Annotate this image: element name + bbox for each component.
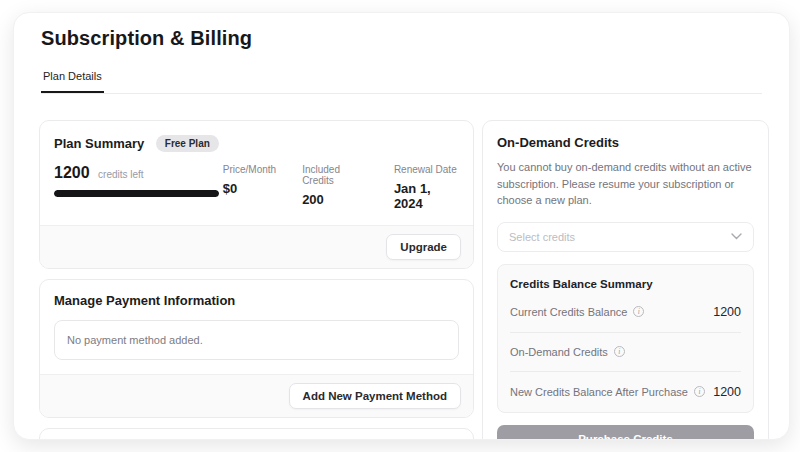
credits-left-value: 1200 <box>54 164 90 181</box>
summary-row-label: New Credits Balance After Purchase i <box>510 386 705 398</box>
credits-line: 1200 credits left <box>54 164 223 182</box>
payment-body: Manage Payment Information No payment me… <box>40 280 473 374</box>
on-demand-description: You cannot buy on-demand credits without… <box>497 159 754 209</box>
tab-bar: Plan Details <box>41 70 762 94</box>
stat-renewal-date: Renewal Date Jan 1, 2024 <box>394 164 457 211</box>
page-header: Subscription & Billing Plan Details <box>14 13 789 94</box>
payment-footer: Add New Payment Method <box>40 374 473 417</box>
payment-empty-state: No payment method added. <box>54 320 459 360</box>
add-payment-method-button[interactable]: Add New Payment Method <box>289 383 461 409</box>
select-credits-dropdown[interactable]: Select credits <box>497 222 754 252</box>
plan-badge: Free Plan <box>156 135 219 152</box>
chevron-down-icon <box>731 233 742 240</box>
billing-settings-panel: Subscription & Billing Plan Details Plan… <box>13 12 790 440</box>
summary-row-label: Current Credits Balance i <box>510 306 644 318</box>
tab-plan-details[interactable]: Plan Details <box>41 70 104 93</box>
payment-title: Manage Payment Information <box>54 293 459 308</box>
invoices-body: Invoices You can refer to all your past … <box>40 429 473 440</box>
info-icon: i <box>633 306 644 317</box>
plan-stats: Price/Month $0 Included Credits 200 Rene… <box>223 164 459 211</box>
plan-summary-main: 1200 credits left Price/Month $0 <box>54 164 459 211</box>
credits-balance-summary-box: Credits Balance Summary Current Credits … <box>497 264 754 413</box>
info-icon: i <box>694 386 705 397</box>
plan-summary-footer: Upgrade <box>40 225 473 268</box>
stat-label: Included Credits <box>302 164 368 186</box>
summary-row-label: On-Demand Credits i <box>510 346 625 358</box>
page-title: Subscription & Billing <box>41 27 762 50</box>
plan-summary-body: Plan Summary Free Plan 1200 credits left <box>40 121 473 225</box>
credits-balance-summary-title: Credits Balance Summary <box>510 265 741 292</box>
info-icon: i <box>614 346 625 357</box>
plan-summary-title: Plan Summary <box>54 136 144 151</box>
stat-value: $0 <box>223 181 276 196</box>
upgrade-button[interactable]: Upgrade <box>386 234 461 260</box>
credits-progress-bar <box>54 190 219 197</box>
summary-row-new-balance: New Credits Balance After Purchase i 120… <box>510 372 741 412</box>
payment-card: Manage Payment Information No payment me… <box>39 279 474 418</box>
summary-row-value: 1200 <box>713 385 741 399</box>
stat-price-month: Price/Month $0 <box>223 164 276 211</box>
on-demand-title: On-Demand Credits <box>497 135 754 150</box>
on-demand-body: On-Demand Credits You cannot buy on-dema… <box>483 121 768 440</box>
on-demand-credits-card: On-Demand Credits You cannot buy on-dema… <box>482 120 769 440</box>
summary-row-value: 1200 <box>713 305 741 319</box>
credits-left-label: credits left <box>98 169 144 180</box>
right-column: On-Demand Credits You cannot buy on-dema… <box>482 120 769 440</box>
select-credits-placeholder: Select credits <box>509 231 575 243</box>
stat-label: Renewal Date <box>394 164 457 175</box>
stat-value: Jan 1, 2024 <box>394 181 457 211</box>
summary-row-on-demand: On-Demand Credits i <box>510 333 741 372</box>
credits-block: 1200 credits left <box>54 164 223 211</box>
stat-included-credits: Included Credits 200 <box>302 164 368 211</box>
purchase-credits-button[interactable]: Purchase Credits <box>497 425 754 441</box>
left-column: Plan Summary Free Plan 1200 credits left <box>39 120 474 440</box>
stat-value: 200 <box>302 192 368 207</box>
summary-row-current-balance: Current Credits Balance i 1200 <box>510 292 741 333</box>
content-area: Plan Summary Free Plan 1200 credits left <box>14 94 789 440</box>
progress-fill <box>54 190 219 197</box>
plan-summary-heading-row: Plan Summary Free Plan <box>54 134 459 152</box>
stat-label: Price/Month <box>223 164 276 175</box>
plan-summary-card: Plan Summary Free Plan 1200 credits left <box>39 120 474 269</box>
invoices-card: Invoices You can refer to all your past … <box>39 428 474 440</box>
